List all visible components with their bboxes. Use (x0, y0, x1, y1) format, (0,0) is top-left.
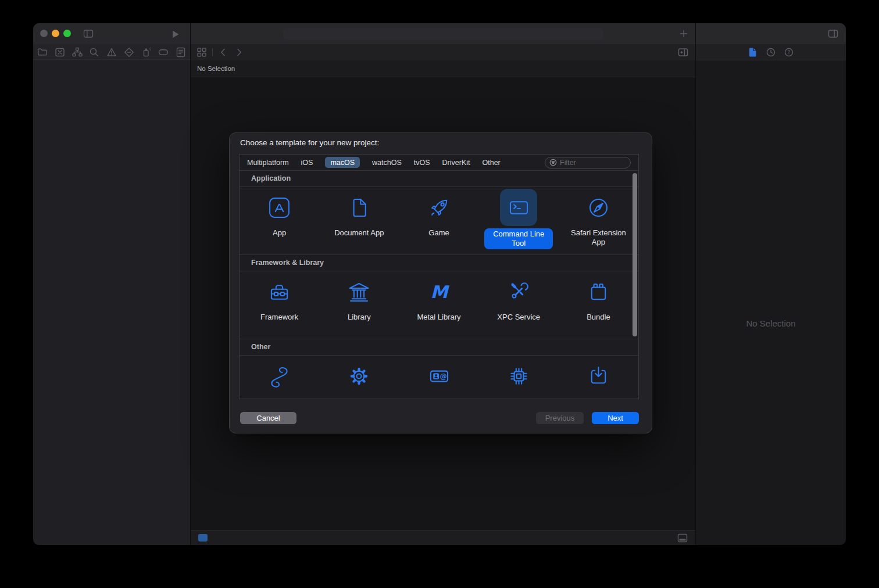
folder-icon[interactable] (37, 47, 48, 58)
template-contact-card[interactable]: @ (399, 356, 478, 399)
template-document-app[interactable]: Document App (319, 187, 399, 254)
template-label: Command Line Tool (484, 228, 553, 249)
xmark-square-icon[interactable] (55, 47, 65, 58)
tools-icon (500, 273, 537, 310)
toolbar-activity-field[interactable] (283, 28, 603, 40)
chevron-left-icon[interactable] (218, 47, 228, 58)
warning-icon[interactable] (106, 47, 117, 58)
template-library[interactable]: Library (319, 271, 399, 339)
window-toolbar (33, 23, 846, 44)
editor-jump-bar (191, 44, 695, 60)
spray-icon[interactable] (141, 47, 152, 58)
template-game[interactable]: Game (399, 187, 478, 254)
bundle-icon (580, 273, 617, 310)
dialog-buttons: Cancel Previous Next (240, 411, 639, 424)
scrollbar-thumb[interactable] (633, 173, 637, 336)
breakpoint-icon[interactable] (158, 47, 169, 58)
run-button-icon[interactable] (170, 29, 181, 40)
jumpbar-separator (212, 48, 213, 56)
template-label: Safari Extension App (564, 228, 633, 247)
platform-tab-ios[interactable]: iOS (301, 157, 313, 168)
svg-text:@: @ (440, 372, 446, 380)
traffic-close-button[interactable] (40, 30, 48, 37)
platform-tab-watchos[interactable]: watchOS (372, 157, 402, 168)
sidebar-right-toggle-icon[interactable] (828, 28, 838, 39)
filter-input[interactable] (560, 159, 626, 167)
template-label: Library (348, 313, 371, 322)
chip-icon (500, 357, 537, 395)
template-panel: MultiplatformiOSmacOSwatchOStvOSDriverKi… (239, 154, 639, 399)
template-install[interactable] (559, 356, 638, 399)
bank-icon (341, 273, 378, 310)
inspector-panel: ? No Selection (696, 44, 846, 545)
search-icon[interactable] (89, 47, 99, 58)
filter-icon (549, 159, 557, 166)
add-editor-icon[interactable] (678, 47, 688, 58)
template-command-line-tool[interactable]: Command Line Tool (479, 187, 559, 254)
template-label: App (273, 228, 286, 238)
clock-icon[interactable] (766, 47, 776, 58)
appstore-icon (261, 189, 298, 226)
gear-icon (341, 357, 378, 395)
template-gear[interactable] (319, 356, 399, 399)
breadcrumb: No Selection (191, 60, 695, 77)
left-panel-divider (190, 23, 191, 545)
debug-bar (191, 530, 695, 545)
template-script[interactable] (240, 356, 319, 399)
next-button[interactable]: Next (592, 412, 639, 424)
install-icon (580, 357, 617, 395)
chevron-right-icon[interactable] (234, 47, 244, 58)
template-metal-library[interactable]: MMetal Library (399, 271, 478, 339)
platform-tab-tvos[interactable]: tvOS (414, 157, 430, 168)
debug-area-toggle-icon[interactable] (677, 533, 688, 543)
inspector-empty-text: No Selection (696, 318, 846, 328)
template-safari-extension-app[interactable]: Safari Extension App (559, 187, 638, 254)
report-icon[interactable] (176, 47, 186, 58)
template-label: XPC Service (497, 313, 540, 322)
platform-tab-other[interactable]: Other (483, 157, 501, 168)
section-header-other: Other (240, 339, 638, 356)
right-panel-divider (695, 23, 696, 545)
platform-tab-multiplatform[interactable]: Multiplatform (247, 157, 289, 168)
new-tab-icon[interactable] (678, 28, 689, 39)
navigator-divider (33, 59, 190, 60)
contact-card-icon: @ (420, 357, 458, 395)
template-row: @ (240, 356, 638, 399)
template-label: Bundle (587, 313, 610, 322)
sidebar-left-toggle-icon[interactable] (83, 28, 94, 39)
platform-tab-bar: MultiplatformiOSmacOSwatchOStvOSDriverKi… (240, 155, 638, 171)
script-icon (261, 357, 298, 395)
previous-button[interactable]: Previous (536, 412, 584, 424)
cancel-button[interactable]: Cancel (240, 412, 296, 424)
platform-tab-driverkit[interactable]: DriverKit (442, 157, 470, 168)
navigator-panel (33, 44, 190, 545)
svg-text:M: M (430, 281, 449, 302)
platform-tab-macos[interactable]: macOS (325, 157, 360, 168)
metal-icon: M (420, 273, 458, 310)
template-label: Document App (334, 228, 384, 238)
toolbox-icon (261, 273, 298, 310)
template-label: Framework (260, 313, 298, 322)
template-label: Game (428, 228, 449, 238)
svg-text:?: ? (788, 49, 791, 55)
traffic-zoom-button[interactable] (63, 30, 71, 37)
template-chip[interactable] (479, 356, 559, 399)
test-diamond-icon[interactable] (124, 47, 134, 58)
safari-icon (580, 189, 617, 226)
hierarchy-icon[interactable] (72, 47, 83, 58)
grid-icon[interactable] (196, 47, 207, 58)
template-framework[interactable]: Framework (240, 271, 319, 339)
inspector-tab-bar: ? (696, 44, 846, 60)
traffic-minimize-button[interactable] (52, 30, 59, 37)
breakpoint-activate-icon[interactable] (198, 534, 208, 542)
template-app[interactable]: App (240, 187, 319, 254)
file-icon[interactable] (748, 47, 758, 58)
help-icon[interactable]: ? (784, 47, 794, 58)
breadcrumb-text: No Selection (197, 65, 235, 72)
template-xpc-service[interactable]: XPC Service (479, 271, 559, 339)
section-header-application: Application (240, 171, 638, 187)
filter-field[interactable] (545, 157, 631, 168)
rocket-icon (420, 189, 458, 226)
template-bundle[interactable]: Bundle (559, 271, 638, 339)
template-label: Metal Library (417, 313, 460, 322)
